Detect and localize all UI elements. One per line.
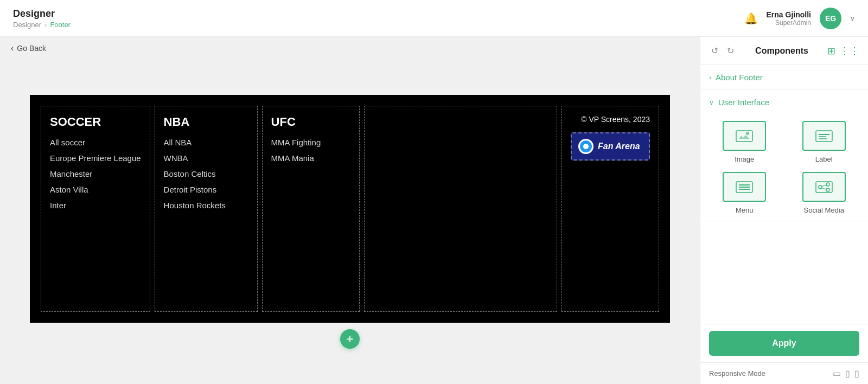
header-right: 🔔 Erna Gjinolli SuperAdmin EG ∨ — [744, 8, 855, 29]
footer-section-nba[interactable]: NBA All NBA WNBA Boston Celtics Detroit … — [155, 106, 258, 312]
soccer-title: SOCCER — [50, 115, 141, 129]
footer-section-ufc[interactable]: UFC MMA Fighting MMA Mania — [262, 106, 360, 312]
svg-line-14 — [822, 185, 826, 187]
nba-item-1: All NBA — [164, 138, 248, 147]
ufc-title: UFC — [271, 115, 350, 129]
nba-items: All NBA WNBA Boston Celtics Detroit Pist… — [164, 138, 248, 210]
breadcrumb-parent[interactable]: Designer — [13, 21, 41, 29]
user-interface-arrow-icon: ∨ — [709, 99, 714, 106]
about-footer-arrow-icon: › — [709, 74, 711, 81]
desktop-icon[interactable]: ▭ — [833, 368, 841, 379]
image-component-label: Image — [735, 155, 754, 163]
component-social-media[interactable]: Social Media — [789, 172, 860, 214]
soccer-item-1: All soccer — [50, 138, 141, 147]
logo-dot — [583, 144, 589, 149]
nba-item-4: Detroit Pistons — [164, 185, 248, 194]
breadcrumb-current: Footer — [50, 21, 71, 29]
panel-title: Components — [741, 46, 823, 56]
svg-rect-2 — [816, 131, 832, 142]
about-footer-section: › About Footer — [700, 65, 868, 90]
copyright-text: © VP Screens, 2023 — [571, 115, 650, 124]
responsive-bar: Responsive Mode ▭ ▯ ▯ — [700, 362, 868, 384]
tablet-icon[interactable]: ▯ — [845, 368, 850, 379]
redo-button[interactable]: ↻ — [725, 43, 736, 58]
user-interface-header[interactable]: ∨ User Interface — [700, 90, 868, 114]
soccer-items: All soccer Europe Premiere League Manche… — [50, 138, 141, 210]
top-header: Designer Designer › Footer 🔔 Erna Gjinol… — [0, 0, 868, 37]
nba-item-2: WNBA — [164, 153, 248, 163]
notification-bell-icon[interactable]: 🔔 — [744, 12, 758, 25]
ufc-item-1: MMA Fighting — [271, 138, 350, 147]
go-back-button[interactable]: ‹ Go Back — [11, 43, 46, 53]
ufc-items: MMA Fighting MMA Mania — [271, 138, 350, 163]
footer-section-empty — [364, 106, 557, 312]
layers-icon[interactable]: ⊞ — [827, 45, 835, 57]
responsive-mode-label: Responsive Mode — [709, 369, 826, 377]
menu-component-label: Menu — [736, 206, 754, 214]
svg-point-13 — [826, 188, 829, 191]
logo-area: Fan Arena — [571, 132, 650, 161]
footer-section-right[interactable]: © VP Screens, 2023 Fan Arena — [561, 106, 659, 312]
nba-item-3: Boston Celtics — [164, 169, 248, 178]
panel-header: ↺ ↻ Components ⊞ ⋮⋮ — [700, 37, 868, 65]
about-footer-header[interactable]: › About Footer — [700, 65, 868, 89]
chevron-down-icon[interactable]: ∨ — [850, 15, 855, 22]
grid-icon[interactable]: ⋮⋮ — [840, 45, 859, 57]
main-layout: ‹ Go Back SOCCER All soccer Europe Premi… — [0, 37, 868, 384]
social-media-component-label: Social Media — [804, 206, 844, 214]
ui-components-grid: Image Label — [700, 114, 868, 221]
nba-title: NBA — [164, 115, 248, 129]
canvas-toolbar: ‹ Go Back — [0, 37, 700, 60]
panel-footer: Apply — [700, 324, 868, 362]
social-media-component-icon — [802, 172, 846, 202]
canvas-viewport: SOCCER All soccer Europe Premiere League… — [0, 60, 700, 384]
svg-point-12 — [826, 183, 829, 186]
soccer-item-3: Manchester — [50, 169, 141, 178]
panel-body: › About Footer ∨ User Interface — [700, 65, 868, 324]
right-panel: ↺ ↻ Components ⊞ ⋮⋮ › About Footer ∨ Use… — [700, 37, 868, 384]
back-arrow-icon: ‹ — [11, 43, 14, 53]
nba-item-5: Houston Rockets — [164, 201, 248, 210]
apply-button[interactable]: Apply — [709, 331, 859, 356]
soccer-item-5: Inter — [50, 201, 141, 210]
user-interface-section: ∨ User Interface Image — [700, 90, 868, 221]
logo-circle — [578, 139, 593, 154]
avatar[interactable]: EG — [820, 8, 841, 29]
label-component-icon — [802, 121, 846, 151]
soccer-item-2: Europe Premiere League — [50, 153, 141, 163]
image-component-icon — [723, 121, 766, 151]
svg-point-11 — [819, 185, 822, 189]
canvas-area: ‹ Go Back SOCCER All soccer Europe Premi… — [0, 37, 700, 384]
app-title: Designer — [13, 8, 71, 20]
user-role: SuperAdmin — [775, 19, 811, 27]
logo-text: Fan Arena — [598, 142, 640, 151]
user-interface-label: User Interface — [718, 98, 769, 107]
menu-component-icon — [723, 172, 766, 202]
breadcrumb-separator: › — [44, 21, 47, 29]
component-menu[interactable]: Menu — [709, 172, 780, 214]
svg-line-15 — [822, 188, 826, 189]
header-left: Designer Designer › Footer — [13, 8, 71, 29]
responsive-icons: ▭ ▯ ▯ — [833, 368, 859, 379]
add-section-button[interactable]: + — [340, 329, 360, 349]
ufc-item-2: MMA Mania — [271, 153, 350, 163]
footer-canvas: SOCCER All soccer Europe Premiere League… — [30, 95, 670, 323]
component-image[interactable]: Image — [709, 121, 780, 163]
label-component-label: Label — [815, 155, 833, 163]
breadcrumb: Designer › Footer — [13, 21, 71, 29]
about-footer-label: About Footer — [716, 73, 763, 82]
svg-point-1 — [746, 132, 749, 135]
svg-rect-0 — [736, 131, 752, 142]
mobile-icon[interactable]: ▯ — [854, 368, 859, 379]
component-label[interactable]: Label — [789, 121, 860, 163]
go-back-label: Go Back — [17, 44, 46, 53]
user-info: Erna Gjinolli SuperAdmin — [767, 10, 811, 27]
footer-section-soccer[interactable]: SOCCER All soccer Europe Premiere League… — [41, 106, 150, 312]
user-name: Erna Gjinolli — [767, 10, 811, 19]
soccer-item-4: Aston Villa — [50, 185, 141, 194]
undo-button[interactable]: ↺ — [709, 43, 720, 58]
